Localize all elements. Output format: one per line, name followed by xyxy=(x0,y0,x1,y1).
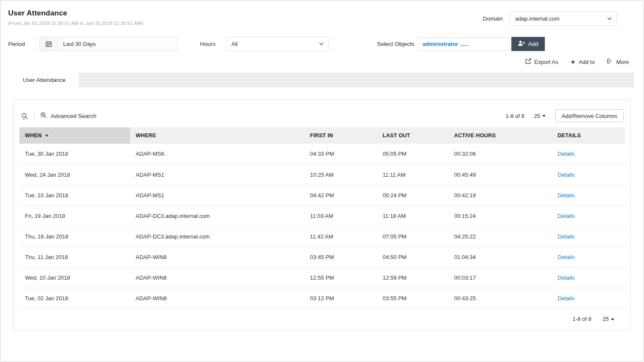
chevron-down-icon xyxy=(602,12,617,25)
chevron-down-icon xyxy=(314,37,328,51)
details-link[interactable]: Details xyxy=(558,151,575,157)
period-picker[interactable]: Last 30 Days xyxy=(39,37,178,51)
cell-details: Details xyxy=(552,205,625,226)
cell-active-hours: 00:15:24 xyxy=(449,205,552,226)
user-attendance-page: User Attendance (From Jan 01,2018 11:30:… xyxy=(0,0,644,362)
column-header-where[interactable]: WHERE xyxy=(130,127,304,144)
column-header-when[interactable]: WHEN xyxy=(19,127,130,144)
table-body: Tue, 30 Jan 2018ADAP-MS604:33 PM05:05 PM… xyxy=(19,144,625,308)
page-size-dropdown[interactable]: 25 xyxy=(603,316,614,322)
details-link[interactable]: Details xyxy=(558,213,575,219)
cell-when: Wed, 10 Jan 2018 xyxy=(19,267,130,288)
cell-where: ADAP-MS6 xyxy=(130,144,304,164)
more-button[interactable]: More xyxy=(607,58,629,66)
column-header-details[interactable]: DETAILS xyxy=(552,127,625,144)
advanced-search-label: Advanced Search xyxy=(51,113,97,119)
calendar-icon[interactable] xyxy=(40,37,58,51)
search-icon[interactable] xyxy=(20,112,29,121)
advanced-search-icon xyxy=(40,112,47,121)
cell-last-out: 03:55 PM xyxy=(377,288,448,308)
chevron-up-icon xyxy=(611,318,614,320)
more-icon xyxy=(607,58,613,66)
cell-first-in: 10:25 AM xyxy=(304,164,377,185)
cell-when: Thu, 11 Jan 2018 xyxy=(19,247,130,267)
export-as-label: Export As xyxy=(535,59,559,65)
cell-details: Details xyxy=(552,185,625,205)
select-objects-value: administrator ...... xyxy=(422,41,469,47)
table-row: Tue, 30 Jan 2018ADAP-MS604:33 PM05:05 PM… xyxy=(19,144,625,164)
report-panel: Advanced Search 1-8 of 8 25 Add/Remove C… xyxy=(13,100,631,330)
cell-when: Tue, 02 Jan 2018 xyxy=(19,288,130,308)
cell-when: Fri, 19 Jan 2018 xyxy=(19,205,130,226)
export-icon xyxy=(525,58,532,66)
domain-select[interactable]: adap.internal.com xyxy=(510,12,617,26)
cell-active-hours: 00:42:19 xyxy=(449,185,552,205)
table-row: Tue, 02 Jan 2018ADAP-WIN803:12 PM03:55 P… xyxy=(19,288,625,308)
export-as-button[interactable]: Export As xyxy=(525,58,559,66)
page-size-value: 25 xyxy=(603,316,609,322)
add-button[interactable]: Add xyxy=(511,37,545,51)
hours-select[interactable]: All xyxy=(226,37,329,51)
sort-descending-icon xyxy=(45,135,49,137)
table-header-row: WHEN WHERE FIRST IN LAST OUT ACTIVE HOUR… xyxy=(19,127,625,144)
report-actions: Export As ★ Add to More xyxy=(0,51,644,71)
cell-first-in: 04:33 PM xyxy=(304,144,377,164)
add-to-button[interactable]: ★ Add to xyxy=(570,59,595,65)
report-date-range: (From Jan 01,2018 11:30:51 AM to Jan 31,… xyxy=(8,21,143,26)
cell-first-in: 03:45 PM xyxy=(304,247,377,267)
table-footer: 1-8 of 8 25 xyxy=(19,309,625,328)
pagination-range: 1-8 of 8 xyxy=(505,113,524,119)
cell-last-out: 12:59 PM xyxy=(377,267,448,288)
advanced-search-button[interactable]: Advanced Search xyxy=(40,112,97,121)
tab-user-attendance[interactable]: User Attendance xyxy=(10,72,79,87)
add-remove-columns-button[interactable]: Add/Remove Columns xyxy=(555,109,624,122)
cell-where: ADAP-WIN8 xyxy=(130,247,304,267)
domain-group: Domain adap.internal.com xyxy=(483,12,617,26)
page-size-value: 25 xyxy=(534,113,540,119)
column-header-last-out[interactable]: LAST OUT xyxy=(377,127,448,144)
add-button-label: Add xyxy=(528,41,538,47)
column-header-first-in[interactable]: FIRST IN xyxy=(304,127,377,144)
star-icon: ★ xyxy=(570,59,576,65)
cell-last-out: 05:05 PM xyxy=(377,144,448,164)
details-link[interactable]: Details xyxy=(558,192,575,199)
pagination-range: 1-8 of 8 xyxy=(572,316,591,322)
details-link[interactable]: Details xyxy=(558,172,575,178)
select-objects-input[interactable]: administrator ...... xyxy=(418,37,510,51)
tab-bar: User Attendance xyxy=(10,72,634,87)
cell-first-in: 04:42 PM xyxy=(304,185,377,205)
hours-label: Hours xyxy=(200,41,216,47)
cell-active-hours: 00:45:49 xyxy=(449,164,552,185)
details-link[interactable]: Details xyxy=(558,233,575,240)
cell-details: Details xyxy=(552,267,625,288)
cell-where: ADAP-WIN8 xyxy=(130,288,304,308)
domain-label: Domain xyxy=(483,15,503,22)
title-block: User Attendance (From Jan 01,2018 11:30:… xyxy=(8,9,143,26)
toolbar-right: 1-8 of 8 25 Add/Remove Columns xyxy=(505,109,624,122)
cell-last-out: 05:24 PM xyxy=(377,185,448,205)
column-header-active-hours[interactable]: ACTIVE HOURS xyxy=(449,127,552,144)
details-link[interactable]: Details xyxy=(558,275,575,281)
cell-active-hours: 00:43:25 xyxy=(449,288,552,308)
add-to-label: Add to xyxy=(579,59,595,65)
column-header-when-label: WHEN xyxy=(25,133,42,139)
cell-first-in: 11:03 AM xyxy=(304,205,377,226)
table-row: Thu, 18 Jan 2018ADAP-DC3.adap.internal.c… xyxy=(19,226,625,247)
add-user-icon xyxy=(518,40,525,48)
more-label: More xyxy=(616,59,629,65)
page-size-dropdown[interactable]: 25 xyxy=(534,113,545,119)
table-row: Wed, 10 Jan 2018ADAP-WIN812:55 PM12:59 P… xyxy=(19,267,625,288)
cell-where: ADAP-DC3.adap.internal.com xyxy=(130,226,304,247)
period-value: Last 30 Days xyxy=(58,41,96,47)
details-link[interactable]: Details xyxy=(558,295,575,302)
cell-details: Details xyxy=(552,226,625,247)
toolbar-left: Advanced Search xyxy=(20,112,97,121)
cell-last-out: 11:11 AM xyxy=(377,164,448,185)
cell-first-in: 11:42 AM xyxy=(304,226,377,247)
chevron-down-icon xyxy=(542,115,546,117)
table-row: Wed, 24 Jan 2018ADAP-MS110:25 AM11:11 AM… xyxy=(19,164,625,185)
domain-value: adap.internal.com xyxy=(515,15,559,22)
cell-details: Details xyxy=(552,164,625,185)
cell-details: Details xyxy=(552,247,625,267)
details-link[interactable]: Details xyxy=(558,254,575,260)
